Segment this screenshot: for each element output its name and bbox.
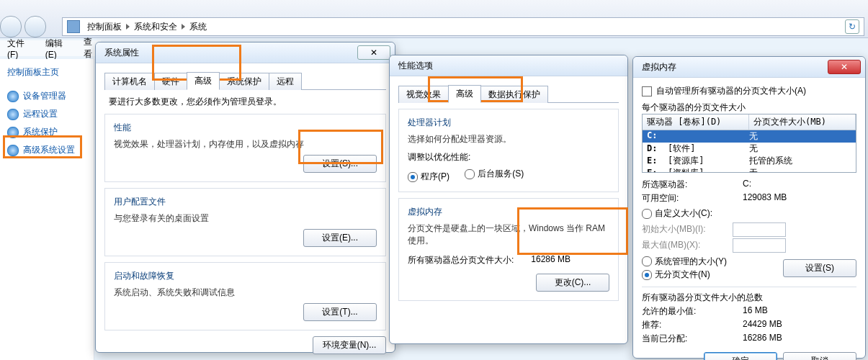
free-space-label: 可用空间:	[642, 192, 714, 204]
system-properties-dialog: 系统属性 ✕ 计算机名 硬件 高级 系统保护 远程 要进行大多数更改，您必须作为…	[95, 42, 395, 353]
group-title: 性能	[114, 122, 377, 134]
close-button[interactable]: ✕	[828, 60, 861, 74]
drive-row: C: 无	[643, 130, 856, 143]
dialog-title: 系统属性	[104, 47, 357, 59]
virtual-memory-dialog: 虚拟内存 ✕ 自动管理所有驱动器的分页文件大小(A) 每个驱动器的分页文件大小 …	[632, 56, 866, 359]
performance-settings-button[interactable]: 设置(S)...	[303, 155, 377, 173]
total-paging-label: 所有驱动器总分页文件大小:	[408, 254, 514, 266]
radio-no-paging-file[interactable]: 无分页文件(N)	[642, 269, 710, 281]
tab-computer-name[interactable]: 计算机名	[104, 73, 155, 90]
min-value: 16 MB	[743, 305, 768, 318]
virtual-memory-group: 虚拟内存 分页文件是硬盘上的一块区域，Windows 当作 RAM 使用。 所有…	[398, 198, 619, 301]
explorer-chrome: 控制面板 系统和安全 系统 ↻	[0, 0, 868, 38]
shield-icon	[7, 109, 19, 120]
tab-advanced[interactable]: 高级	[187, 72, 220, 90]
initial-size-label: 初始大小(MB)(I):	[642, 223, 728, 235]
shield-icon	[7, 145, 19, 156]
refresh-button[interactable]: ↻	[845, 19, 859, 34]
each-drive-label: 每个驱动器的分页文件大小	[642, 102, 856, 114]
drive-row: E: [资源库]托管的系统	[643, 155, 856, 167]
performance-group: 性能 视觉效果，处理器计划，内存使用，以及虚拟内存 设置(S)...	[104, 114, 386, 182]
dialog-title: 虚拟内存	[642, 61, 828, 73]
control-panel-home-link[interactable]: 控制面板主页	[0, 63, 94, 81]
startup-recovery-group: 启动和故障恢复 系统启动、系统失败和调试信息 设置(T)...	[104, 262, 386, 330]
ok-button[interactable]: 确定	[704, 352, 777, 360]
address-bar[interactable]: 控制面板 系统和安全 系统 ↻	[62, 17, 864, 36]
radio-custom-size[interactable]: 自定义大小(C):	[642, 207, 712, 220]
menu-bar: 文件(F) 编辑(E) 查看	[0, 40, 101, 56]
free-space-value: 129083 MB	[743, 192, 787, 204]
group-title: 用户配置文件	[114, 196, 377, 208]
selected-drive-value: C:	[743, 179, 751, 191]
breadcrumb-item[interactable]: 控制面板	[84, 19, 125, 35]
totals-header: 所有驱动器分页文件大小的总数	[642, 292, 856, 304]
radio-system-managed[interactable]: 系统管理的大小(Y)	[642, 256, 727, 268]
radio-background-services[interactable]: 后台服务(S)	[465, 168, 524, 180]
tab-system-protection[interactable]: 系统保护	[219, 73, 269, 90]
auto-manage-checkbox[interactable]	[642, 86, 652, 96]
processor-scheduling-group: 处理器计划 选择如何分配处理器资源。 调整以优化性能: 程序(P) 后台服务(S…	[398, 109, 619, 192]
env-vars-button[interactable]: 环境变量(N)...	[313, 336, 386, 354]
cur-value: 16286 MB	[743, 333, 782, 345]
group-title: 处理器计划	[408, 117, 609, 129]
shield-icon	[7, 91, 19, 102]
total-paging-value: 16286 MB	[531, 254, 571, 266]
group-desc: 视觉效果，处理器计划，内存使用，以及虚拟内存	[114, 138, 377, 150]
breadcrumb-item[interactable]: 系统和安全	[131, 19, 180, 35]
user-profile-group: 用户配置文件 与您登录有关的桌面设置 设置(E)...	[104, 188, 386, 256]
remote-settings-link[interactable]: 远程设置	[0, 105, 94, 123]
rec-value: 24429 MB	[743, 319, 782, 331]
breadcrumb-item[interactable]: 系统	[187, 19, 210, 35]
chevron-right-icon	[182, 24, 185, 30]
group-desc: 选择如何分配处理器资源。	[408, 133, 609, 145]
close-button[interactable]: ✕	[357, 45, 390, 60]
tab-hardware[interactable]: 硬件	[154, 73, 187, 90]
performance-options-dialog: 性能选项 视觉效果 高级 数据执行保护 处理器计划 选择如何分配处理器资源。 调…	[389, 55, 628, 344]
cancel-button[interactable]: 取消	[783, 352, 856, 360]
group-title: 虚拟内存	[408, 206, 609, 218]
group-desc: 与您登录有关的桌面设置	[114, 212, 377, 225]
drive-row: F: [资料库]无	[643, 167, 856, 173]
admin-notice: 要进行大多数更改，您必须作为管理员登录。	[109, 96, 382, 108]
system-protection-link[interactable]: 系统保护	[0, 123, 94, 141]
menu-edit[interactable]: 编辑(E)	[45, 37, 73, 60]
group-desc: 系统启动、系统失败和调试信息	[114, 287, 377, 299]
adjust-label: 调整以优化性能:	[408, 151, 609, 163]
cur-label: 当前已分配:	[642, 333, 714, 345]
control-panel-icon	[67, 20, 80, 33]
tab-dep[interactable]: 数据执行保护	[480, 86, 548, 103]
drive-list[interactable]: 驱动器 [卷标](D)分页文件大小(MB) C: 无 D: [软件]无 E: […	[642, 114, 856, 173]
min-label: 允许的最小值:	[642, 305, 714, 318]
auto-manage-label: 自动管理所有驱动器的分页文件大小(A)	[656, 86, 806, 96]
initial-size-input[interactable]	[733, 222, 786, 237]
menu-file[interactable]: 文件(F)	[7, 37, 35, 60]
group-title: 启动和故障恢复	[114, 270, 377, 282]
change-button[interactable]: 更改(C)...	[536, 274, 609, 292]
device-manager-link[interactable]: 设备管理器	[0, 87, 94, 105]
nav-forward-button[interactable]	[24, 16, 46, 37]
perfopts-tabs: 视觉效果 高级 数据执行保护	[398, 85, 619, 103]
col-drive: 驱动器 [卷标](D)	[643, 114, 749, 130]
sysprops-tabs: 计算机名 硬件 高级 系统保护 远程	[104, 72, 386, 90]
drive-row: D: [软件]无	[643, 143, 856, 155]
max-size-label: 最大值(MB)(X):	[642, 239, 728, 251]
user-profile-settings-button[interactable]: 设置(E)...	[303, 229, 377, 247]
radio-programs[interactable]: 程序(P)	[408, 171, 449, 183]
tab-advanced[interactable]: 高级	[448, 85, 481, 103]
rec-label: 推荐:	[642, 319, 714, 331]
dialog-title: 性能选项	[398, 60, 625, 72]
startup-settings-button[interactable]: 设置(T)...	[303, 303, 377, 321]
tab-visual-effects[interactable]: 视觉效果	[398, 86, 449, 103]
group-desc: 分页文件是硬盘上的一块区域，Windows 当作 RAM 使用。	[408, 222, 609, 247]
advanced-system-settings-link[interactable]: 高级系统设置	[0, 141, 94, 159]
tab-remote[interactable]: 远程	[269, 73, 302, 90]
shield-icon	[7, 127, 19, 138]
chevron-right-icon	[126, 24, 130, 30]
selected-drive-label: 所选驱动器:	[642, 179, 714, 191]
set-button[interactable]: 设置(S)	[783, 259, 856, 277]
col-size: 分页文件大小(MB)	[749, 114, 856, 130]
nav-back-button[interactable]	[0, 16, 22, 37]
left-nav-pane: 控制面板主页 设备管理器 远程设置 系统保护 高级系统设置	[0, 59, 94, 360]
max-size-input[interactable]	[733, 238, 786, 253]
